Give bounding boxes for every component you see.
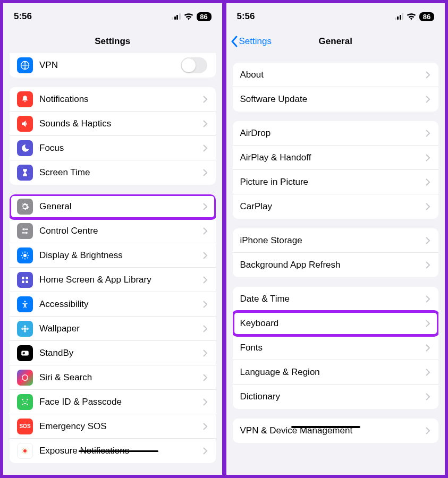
- row-notifications[interactable]: Notifications: [10, 87, 216, 112]
- vpn-toggle[interactable]: [181, 57, 207, 73]
- row-homescreen[interactable]: Home Screen & App Library: [10, 268, 216, 292]
- svg-point-14: [21, 327, 24, 330]
- row-label: Picture in Picture: [240, 177, 426, 187]
- svg-point-5: [23, 254, 27, 257]
- chevron-right-icon: [426, 295, 430, 303]
- battery-icon: 86: [419, 12, 434, 21]
- row-about[interactable]: About: [233, 63, 439, 87]
- back-button[interactable]: Settings: [231, 36, 272, 47]
- redaction: [79, 450, 158, 452]
- row-pip[interactable]: Picture in Picture: [233, 170, 439, 194]
- row-label: Notifications: [39, 94, 203, 105]
- row-label: General: [39, 201, 203, 212]
- group-vpn: VPN: [10, 53, 216, 78]
- status-right: 86: [172, 12, 212, 21]
- row-airdrop[interactable]: AirDrop: [233, 121, 439, 146]
- status-bar: 5:56 86: [3, 3, 222, 30]
- row-screentime[interactable]: Screen Time: [10, 160, 216, 185]
- clock-icon: [17, 345, 33, 361]
- row-faceid[interactable]: Face ID & Passcode: [10, 390, 216, 414]
- row-label: Accessibility: [39, 299, 203, 310]
- row-focus[interactable]: Focus: [10, 136, 216, 160]
- row-vpn[interactable]: VPN: [10, 53, 216, 78]
- row-keyboard[interactable]: Keyboard: [233, 311, 439, 336]
- page-title: General: [319, 36, 352, 47]
- svg-point-4: [25, 232, 28, 234]
- row-standby[interactable]: StandBy: [10, 341, 216, 365]
- chevron-right-icon: [426, 393, 430, 400]
- row-label: Display & Brightness: [39, 250, 203, 261]
- row-control-centre[interactable]: Control Centre: [10, 219, 216, 243]
- bell-icon: [17, 91, 33, 107]
- gear-icon: [17, 199, 33, 215]
- chevron-right-icon: [203, 325, 207, 332]
- row-dictionary[interactable]: Dictionary: [233, 385, 439, 409]
- faceid-icon: [17, 394, 33, 410]
- chevron-right-icon: [426, 261, 430, 269]
- group-notifications: Notifications Sounds & Haptics Focus Scr…: [10, 87, 216, 185]
- settings-scroll[interactable]: VPN Notifications Sounds & Haptics Focus: [3, 53, 222, 475]
- row-carplay[interactable]: CarPlay: [233, 194, 439, 219]
- row-datetime[interactable]: Date & Time: [233, 287, 439, 311]
- wifi-icon: [184, 13, 193, 20]
- chevron-right-icon: [203, 301, 207, 308]
- row-label: AirPlay & Handoff: [240, 152, 426, 163]
- svg-point-18: [22, 374, 28, 380]
- row-storage[interactable]: iPhone Storage: [233, 228, 439, 253]
- row-label: Keyboard: [240, 318, 426, 329]
- signal-icon: [172, 13, 181, 20]
- row-airplay[interactable]: AirPlay & Handoff: [233, 146, 439, 170]
- chevron-right-icon: [426, 369, 430, 376]
- general-scroll[interactable]: About Software Update AirDrop AirPlay & …: [226, 53, 445, 475]
- general-screen: 5:56 86 Settings General About Software …: [226, 3, 445, 475]
- row-exposure[interactable]: Exposure Notifications: [10, 439, 216, 463]
- sun-icon: [17, 247, 33, 263]
- nav-bar: Settings: [3, 30, 222, 53]
- group-airdrop: AirDrop AirPlay & Handoff Picture in Pic…: [233, 121, 439, 219]
- chevron-right-icon: [426, 203, 430, 210]
- status-bar: 5:56 86: [226, 3, 445, 30]
- row-wallpaper[interactable]: Wallpaper: [10, 317, 216, 341]
- nav-bar: Settings General: [226, 30, 445, 53]
- back-label: Settings: [239, 36, 272, 47]
- svg-rect-7: [26, 277, 29, 279]
- row-label: VPN: [39, 60, 181, 71]
- settings-screen: 5:56 86 Settings VPN Notifications: [3, 3, 222, 475]
- chevron-right-icon: [426, 237, 430, 244]
- chevron-right-icon: [203, 96, 207, 103]
- row-label: Date & Time: [240, 294, 426, 304]
- row-label: Control Centre: [39, 226, 203, 236]
- row-language[interactable]: Language & Region: [233, 360, 439, 385]
- row-vpn-mgmt[interactable]: VPN & Device Management: [233, 419, 439, 443]
- svg-point-13: [24, 330, 27, 332]
- svg-point-15: [26, 327, 29, 330]
- row-label: Emergency SOS: [39, 421, 203, 432]
- row-label: Language & Region: [240, 367, 426, 378]
- row-siri[interactable]: Siri & Search: [10, 365, 216, 390]
- page-title: Settings: [95, 36, 130, 47]
- chevron-right-icon: [203, 447, 207, 455]
- chevron-right-icon: [426, 154, 430, 161]
- row-accessibility[interactable]: Accessibility: [10, 292, 216, 317]
- accessibility-icon: [17, 296, 33, 312]
- chevron-right-icon: [426, 96, 430, 103]
- row-fonts[interactable]: Fonts: [233, 336, 439, 360]
- svg-point-3: [23, 228, 26, 231]
- row-sounds[interactable]: Sounds & Haptics: [10, 112, 216, 136]
- chevron-right-icon: [426, 320, 430, 327]
- status-right: 86: [395, 12, 435, 21]
- svg-rect-8: [22, 280, 24, 283]
- row-label: About: [240, 70, 426, 80]
- row-sos[interactable]: SOS Emergency SOS: [10, 414, 216, 439]
- row-display[interactable]: Display & Brightness: [10, 243, 216, 268]
- row-software-update[interactable]: Software Update: [233, 87, 439, 112]
- row-bgrefresh[interactable]: Background App Refresh: [233, 253, 439, 277]
- chevron-right-icon: [203, 252, 207, 259]
- chevron-right-icon: [203, 276, 207, 284]
- row-general[interactable]: General: [10, 194, 216, 219]
- siri-icon: [17, 370, 33, 386]
- chevron-right-icon: [426, 130, 430, 137]
- sliders-icon: [17, 223, 33, 239]
- chevron-right-icon: [203, 227, 207, 235]
- signal-icon: [395, 13, 404, 20]
